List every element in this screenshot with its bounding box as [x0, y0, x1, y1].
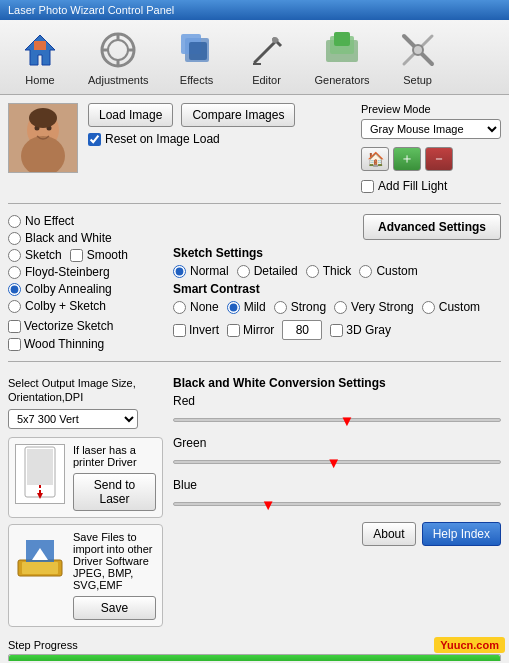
effects-icon [175, 28, 219, 72]
effect-radio-group: No Effect Black and White Sketch Smooth [8, 214, 163, 313]
smooth-checkbox[interactable] [70, 249, 83, 262]
load-image-button[interactable]: Load Image [88, 103, 173, 127]
blue-slider-container: ▼ [173, 494, 501, 514]
left-panel: No Effect Black and White Sketch Smooth [8, 214, 163, 351]
red-slider-container: ▼ [173, 410, 501, 430]
laser-desc: If laser has a printer Driver [73, 444, 156, 468]
contrast-very-strong-option: Very Strong [334, 300, 414, 314]
svg-point-14 [272, 37, 278, 43]
contrast-strong-radio[interactable] [274, 301, 287, 314]
send-to-laser-button[interactable]: Send to Laser [73, 473, 156, 511]
help-index-button[interactable]: Help Index [422, 522, 501, 546]
wood-thinning-checkbox[interactable] [8, 338, 21, 351]
no-effect-label: No Effect [25, 214, 74, 228]
black-white-radio[interactable] [8, 232, 21, 245]
sketch-detailed-radio[interactable] [237, 265, 250, 278]
contrast-mild-radio[interactable] [227, 301, 240, 314]
sketch-normal-radio[interactable] [173, 265, 186, 278]
smooth-label: Smooth [87, 248, 128, 262]
value-input[interactable]: 80 [282, 320, 322, 340]
floyd-radio[interactable] [8, 266, 21, 279]
output-size-label: Select Output Image Size, Orientation,DP… [8, 376, 163, 405]
adjustments-icon [96, 28, 140, 72]
preview-mode-row: Preview Mode [361, 103, 431, 115]
output-size-select[interactable]: 5x7 300 Vert 4x6 300 Horiz 8x10 300 Vert [8, 409, 138, 429]
zoom-in-button[interactable]: ＋ [393, 147, 421, 171]
preview-mode-section: Preview Mode Gray Mouse Image Original I… [361, 103, 501, 193]
invert-checkbox[interactable] [173, 324, 186, 337]
icon-buttons-row: 🏠 ＋ － [361, 147, 453, 171]
colby-annealing-radio[interactable] [8, 283, 21, 296]
toolbar-item-adjustments[interactable]: Adjustments [80, 24, 157, 90]
save-button[interactable]: Save [73, 596, 156, 620]
svg-point-20 [413, 45, 423, 55]
toolbar-adjustments-label: Adjustments [88, 74, 149, 86]
bottom-section: Select Output Image Size, Orientation,DP… [8, 376, 501, 627]
reset-checkbox[interactable] [88, 133, 101, 146]
about-button[interactable]: About [362, 522, 415, 546]
toolbar-item-setup[interactable]: Setup [388, 24, 448, 90]
red-slider-group: Red ▼ [173, 394, 501, 430]
zoom-out-button[interactable]: － [425, 147, 453, 171]
image-buttons-row: Load Image Compare Images [88, 103, 351, 127]
contrast-custom-option: Custom [422, 300, 480, 314]
svg-rect-17 [334, 32, 350, 46]
toolbar-editor-label: Editor [252, 74, 281, 86]
contrast-very-strong-radio[interactable] [334, 301, 347, 314]
svg-rect-1 [34, 41, 46, 50]
home-icon [18, 28, 62, 72]
blue-thumb[interactable]: ▼ [261, 496, 276, 513]
preview-mode-select[interactable]: Gray Mouse Image Original Image Preview [361, 119, 501, 139]
toolbar-item-effects[interactable]: Effects [167, 24, 227, 90]
floyd-row: Floyd-Steinberg [8, 265, 163, 279]
progress-bar-fill [9, 655, 500, 661]
sketch-radio[interactable] [8, 249, 21, 262]
laser-right: If laser has a printer Driver Send to La… [73, 444, 156, 511]
middle-section: No Effect Black and White Sketch Smooth [8, 214, 501, 351]
svg-point-26 [29, 108, 57, 128]
add-fill-light-checkbox[interactable] [361, 180, 374, 193]
sketch-custom-option: Custom [359, 264, 417, 278]
no-effect-radio[interactable] [8, 215, 21, 228]
toolbar-item-editor[interactable]: Editor [237, 24, 297, 90]
save-box: Save Files to import into other Driver S… [8, 524, 163, 627]
laser-box: If laser has a printer Driver Send to La… [8, 437, 163, 518]
contrast-none-option: None [173, 300, 219, 314]
step-progress-section: Step Progress [8, 639, 501, 661]
svg-rect-10 [189, 42, 207, 60]
reset-label: Reset on Image Load [105, 132, 220, 146]
vectorize-checkbox[interactable] [8, 320, 21, 333]
wood-thinning-label: Wood Thinning [24, 337, 104, 351]
toolbar-item-generators[interactable]: Generators [307, 24, 378, 90]
red-thumb[interactable]: ▼ [339, 412, 354, 429]
contrast-custom-radio[interactable] [422, 301, 435, 314]
colby-sketch-radio[interactable] [8, 300, 21, 313]
sketch-thick-radio[interactable] [306, 265, 319, 278]
vectorize-section: Vectorize Sketch Wood Thinning [8, 319, 163, 351]
watermark: Yuucn.com [434, 637, 505, 653]
3d-gray-label: 3D Gray [346, 323, 391, 337]
home-view-button[interactable]: 🏠 [361, 147, 389, 171]
save-desc: Save Files to import into other Driver S… [73, 531, 156, 591]
contrast-strong-option: Strong [274, 300, 326, 314]
sketch-label: Sketch [25, 248, 62, 262]
compare-images-button[interactable]: Compare Images [181, 103, 295, 127]
black-white-label: Black and White [25, 231, 112, 245]
red-label: Red [173, 394, 501, 408]
blue-track [173, 502, 501, 506]
divider-1 [8, 203, 501, 204]
3d-gray-checkbox[interactable] [330, 324, 343, 337]
mirror-checkbox[interactable] [227, 324, 240, 337]
toolbar-item-home[interactable]: Home [10, 24, 70, 90]
floyd-label: Floyd-Steinberg [25, 265, 110, 279]
advanced-settings-button[interactable]: Advanced Settings [363, 214, 501, 240]
main-panel: Load Image Compare Images Reset on Image… [0, 95, 509, 661]
blue-label: Blue [173, 478, 501, 492]
svg-point-3 [108, 40, 128, 60]
sketch-custom-radio[interactable] [359, 265, 372, 278]
contrast-none-radio[interactable] [173, 301, 186, 314]
green-thumb[interactable]: ▼ [326, 454, 341, 471]
title-bar: Laser Photo Wizard Control Panel [0, 0, 509, 20]
divider-2 [8, 361, 501, 362]
colby-sketch-label: Colby + Sketch [25, 299, 106, 313]
